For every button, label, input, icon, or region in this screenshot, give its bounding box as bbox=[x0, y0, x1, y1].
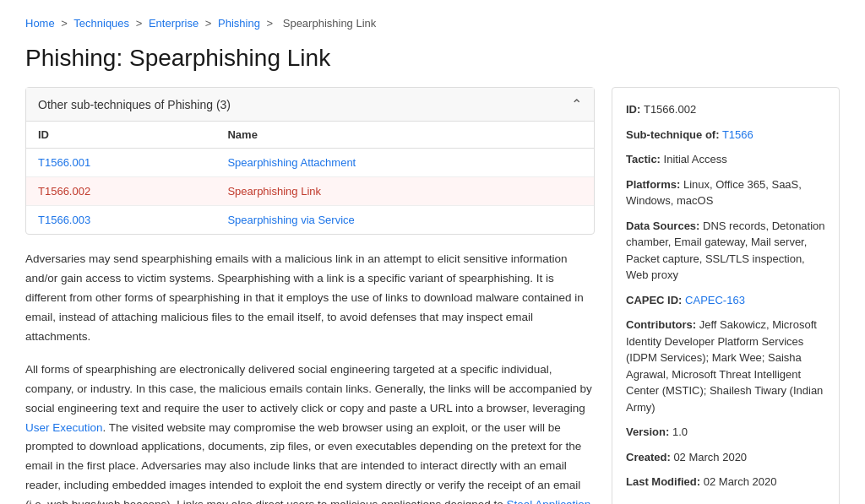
sidebar-created: Created: 02 March 2020 bbox=[626, 449, 825, 466]
row-id-link[interactable]: T1566.002 bbox=[38, 185, 90, 198]
sidebar-created-value: 02 March 2020 bbox=[673, 451, 747, 463]
sidebar-tactic-label: Tactic: bbox=[626, 153, 661, 165]
sidebar-contributors-label: Contributors: bbox=[626, 318, 696, 331]
row-name: Spearphishing Link bbox=[215, 177, 594, 206]
sidebar-id-label: ID: bbox=[626, 103, 644, 116]
row-id: T1566.003 bbox=[26, 206, 215, 235]
sidebar-capec-label: CAPEC ID: bbox=[626, 294, 682, 306]
table-row: T1566.002Spearphishing Link bbox=[26, 177, 594, 206]
row-id-link[interactable]: T1566.001 bbox=[38, 156, 90, 169]
subtechniques-header[interactable]: Other sub-techniques of Phishing (3) ⌃ bbox=[26, 88, 594, 122]
sidebar-contributors-value: Jeff Sakowicz, Microsoft Identity Develo… bbox=[626, 318, 823, 414]
sidebar-tactic-value: Initial Access bbox=[664, 153, 727, 165]
sidebar-id: ID: T1566.002 bbox=[626, 101, 825, 118]
breadcrumb-current: Spearphishing Link bbox=[283, 17, 377, 30]
page-title: Phishing: Spearphishing Link bbox=[25, 45, 840, 72]
chevron-up-icon: ⌃ bbox=[571, 96, 582, 112]
col-name: Name bbox=[215, 122, 594, 149]
description-para-1: Adversaries may send spearphishing email… bbox=[25, 250, 595, 347]
row-name: Spearphishing Attachment bbox=[215, 149, 594, 177]
row-name-link[interactable]: Spearphishing Attachment bbox=[227, 156, 356, 169]
sidebar-platforms: Platforms: Linux, Office 365, SaaS, Wind… bbox=[626, 176, 825, 209]
sidebar-last-modified: Last Modified: 02 March 2020 bbox=[626, 474, 825, 490]
sidebar-data-sources: Data Sources: DNS records, Detonation ch… bbox=[626, 218, 825, 284]
sidebar-version: Version: 1.0 bbox=[626, 424, 825, 441]
sidebar-last-modified-label: Last Modified: bbox=[626, 475, 700, 488]
sidebar: ID: T1566.002 Sub-technique of: T1566 Ta… bbox=[612, 87, 840, 504]
subtechniques-header-title: Other sub-techniques of Phishing (3) bbox=[38, 98, 231, 111]
breadcrumb-techniques[interactable]: Techniques bbox=[73, 17, 129, 30]
sidebar-platforms-label: Platforms: bbox=[626, 178, 680, 191]
row-id: T1566.002 bbox=[26, 177, 215, 206]
sidebar-created-label: Created: bbox=[626, 451, 671, 463]
sidebar-last-modified-value: 02 March 2020 bbox=[704, 475, 777, 488]
user-execution-link[interactable]: User Execution bbox=[25, 421, 103, 434]
sidebar-id-value: T1566.002 bbox=[644, 103, 696, 116]
sidebar-tactic: Tactic: Initial Access bbox=[626, 151, 825, 168]
breadcrumb-home[interactable]: Home bbox=[25, 17, 55, 30]
sidebar-subtechnique-label: Sub-technique of: bbox=[626, 128, 720, 141]
sidebar-version-label: Version: bbox=[626, 425, 669, 438]
table-row: T1566.003Spearphishing via Service bbox=[26, 206, 594, 235]
steal-tokens-link[interactable]: Steal Application Access Tokens bbox=[25, 498, 590, 504]
row-name-link[interactable]: Spearphishing via Service bbox=[227, 214, 354, 226]
content-area: Other sub-techniques of Phishing (3) ⌃ I… bbox=[25, 87, 595, 504]
sidebar-capec: CAPEC ID: CAPEC-163 bbox=[626, 292, 825, 309]
row-name: Spearphishing via Service bbox=[215, 206, 594, 235]
breadcrumb-phishing[interactable]: Phishing bbox=[218, 17, 260, 30]
sidebar-version-value: 1.0 bbox=[672, 425, 688, 438]
breadcrumb: Home > Techniques > Enterprise > Phishin… bbox=[25, 17, 840, 30]
description-para-2: All forms of spearphishing are electroni… bbox=[25, 360, 595, 504]
sidebar-capec-link[interactable]: CAPEC-163 bbox=[685, 294, 745, 306]
row-id: T1566.001 bbox=[26, 149, 215, 177]
sidebar-contributors: Contributors: Jeff Sakowicz, Microsoft I… bbox=[626, 317, 825, 415]
breadcrumb-enterprise[interactable]: Enterprise bbox=[149, 17, 199, 30]
sidebar-subtechnique: Sub-technique of: T1566 bbox=[626, 127, 825, 144]
row-id-link[interactable]: T1566.003 bbox=[38, 214, 90, 226]
sidebar-subtechnique-link[interactable]: T1566 bbox=[722, 128, 753, 141]
table-row: T1566.001Spearphishing Attachment bbox=[26, 149, 594, 177]
subtechniques-table: ID Name T1566.001Spearphishing Attachmen… bbox=[26, 122, 594, 234]
col-id: ID bbox=[26, 122, 215, 149]
row-name-link[interactable]: Spearphishing Link bbox=[227, 185, 321, 198]
sidebar-data-sources-label: Data Sources: bbox=[626, 219, 699, 232]
subtechniques-panel: Other sub-techniques of Phishing (3) ⌃ I… bbox=[25, 87, 595, 235]
